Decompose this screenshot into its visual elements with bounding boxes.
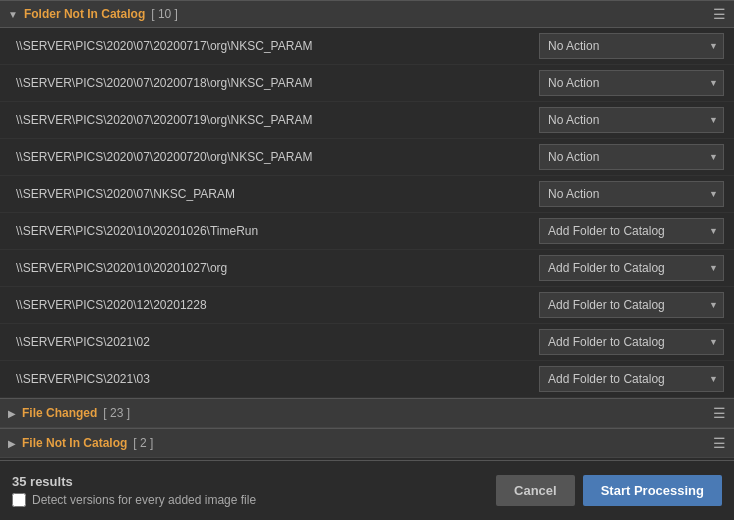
folder-row: \\SERVER\PICS\2020\07\20200717\org\NKSC_…: [0, 28, 734, 65]
folder-path: \\SERVER\PICS\2020\07\20200719\org\NKSC_…: [16, 113, 539, 127]
file-not-in-catalog-left: ▶ File Not In Catalog [ 2 ]: [8, 436, 153, 450]
file-changed-header[interactable]: ▶ File Changed [ 23 ] ☰: [0, 398, 734, 428]
main-content: ▼ Folder Not In Catalog [ 10 ] ☰ \\SERVE…: [0, 0, 734, 460]
cancel-button[interactable]: Cancel: [496, 475, 575, 506]
action-select[interactable]: No ActionAdd Folder to CatalogAction: [539, 107, 724, 133]
footer-buttons: Cancel Start Processing: [496, 475, 722, 506]
action-select[interactable]: No ActionAdd Folder to CatalogAction: [539, 329, 724, 355]
action-select-wrapper: No ActionAdd Folder to CatalogAction: [539, 181, 724, 207]
results-count: 35 results: [12, 474, 256, 489]
action-select[interactable]: No ActionAdd Folder to CatalogAction: [539, 33, 724, 59]
folder-path: \\SERVER\PICS\2020\07\20200718\org\NKSC_…: [16, 76, 539, 90]
folder-path: \\SERVER\PICS\2020\07\NKSC_PARAM: [16, 187, 539, 201]
section-header-left: ▼ Folder Not In Catalog [ 10 ]: [8, 7, 178, 21]
folder-row: \\SERVER\PICS\2020\07\20200719\org\NKSC_…: [0, 102, 734, 139]
folder-path: \\SERVER\PICS\2020\10\20201026\TimeRun: [16, 224, 539, 238]
file-changed-triangle-icon: ▶: [8, 408, 16, 419]
folder-not-in-catalog-title: Folder Not In Catalog: [24, 7, 145, 21]
file-not-in-catalog-header[interactable]: ▶ File Not In Catalog [ 2 ] ☰: [0, 428, 734, 458]
folder-row: \\SERVER\PICS\2020\12\20201228No ActionA…: [0, 287, 734, 324]
folder-row: \\SERVER\PICS\2020\07\20200718\org\NKSC_…: [0, 65, 734, 102]
folder-not-in-catalog-header[interactable]: ▼ Folder Not In Catalog [ 10 ] ☰: [0, 0, 734, 28]
detect-versions-label: Detect versions for every added image fi…: [32, 493, 256, 507]
action-select[interactable]: No ActionAdd Folder to CatalogAction: [539, 292, 724, 318]
file-not-in-catalog-count: [ 2 ]: [133, 436, 153, 450]
folder-path: \\SERVER\PICS\2021\02: [16, 335, 539, 349]
action-select[interactable]: No ActionAdd Folder to CatalogAction: [539, 144, 724, 170]
folder-path: \\SERVER\PICS\2020\12\20201228: [16, 298, 539, 312]
folder-rows-container: \\SERVER\PICS\2020\07\20200717\org\NKSC_…: [0, 28, 734, 398]
action-select-wrapper: No ActionAdd Folder to CatalogAction: [539, 255, 724, 281]
folder-path: \\SERVER\PICS\2021\03: [16, 372, 539, 386]
file-changed-count: [ 23 ]: [103, 406, 130, 420]
footer-left: 35 results Detect versions for every add…: [12, 474, 256, 507]
folder-row: \\SERVER\PICS\2020\07\NKSC_PARAMNo Actio…: [0, 176, 734, 213]
action-select-wrapper: No ActionAdd Folder to CatalogAction: [539, 218, 724, 244]
folder-row: \\SERVER\PICS\2021\02No ActionAdd Folder…: [0, 324, 734, 361]
file-not-in-catalog-triangle-icon: ▶: [8, 438, 16, 449]
action-select[interactable]: No ActionAdd Folder to CatalogAction: [539, 255, 724, 281]
folder-path: \\SERVER\PICS\2020\07\20200717\org\NKSC_…: [16, 39, 539, 53]
file-not-in-catalog-title: File Not In Catalog: [22, 436, 127, 450]
detect-versions-row: Detect versions for every added image fi…: [12, 493, 256, 507]
folder-path: \\SERVER\PICS\2020\07\20200720\org\NKSC_…: [16, 150, 539, 164]
file-not-in-catalog-menu-icon[interactable]: ☰: [713, 435, 726, 451]
folder-row: \\SERVER\PICS\2020\10\20201027\orgNo Act…: [0, 250, 734, 287]
action-select-wrapper: No ActionAdd Folder to CatalogAction: [539, 292, 724, 318]
collapse-triangle-icon: ▼: [8, 9, 18, 20]
folder-row: \\SERVER\PICS\2020\10\20201026\TimeRunNo…: [0, 213, 734, 250]
folder-path: \\SERVER\PICS\2020\10\20201027\org: [16, 261, 539, 275]
action-select-wrapper: No ActionAdd Folder to CatalogAction: [539, 144, 724, 170]
file-changed-menu-icon[interactable]: ☰: [713, 405, 726, 421]
action-select-wrapper: No ActionAdd Folder to CatalogAction: [539, 70, 724, 96]
file-changed-title: File Changed: [22, 406, 97, 420]
detect-versions-checkbox[interactable]: [12, 493, 26, 507]
action-select-wrapper: No ActionAdd Folder to CatalogAction: [539, 107, 724, 133]
action-select[interactable]: No ActionAdd Folder to CatalogAction: [539, 218, 724, 244]
file-changed-left: ▶ File Changed [ 23 ]: [8, 406, 130, 420]
action-select-wrapper: No ActionAdd Folder to CatalogAction: [539, 33, 724, 59]
footer: 35 results Detect versions for every add…: [0, 460, 734, 520]
action-select[interactable]: No ActionAdd Folder to CatalogAction: [539, 70, 724, 96]
start-processing-button[interactable]: Start Processing: [583, 475, 722, 506]
folder-row: \\SERVER\PICS\2021\03No ActionAdd Folder…: [0, 361, 734, 398]
action-select-wrapper: No ActionAdd Folder to CatalogAction: [539, 329, 724, 355]
action-select[interactable]: No ActionAdd Folder to CatalogAction: [539, 181, 724, 207]
folder-not-in-catalog-count: [ 10 ]: [151, 7, 178, 21]
action-select-wrapper: No ActionAdd Folder to CatalogAction: [539, 366, 724, 392]
action-select[interactable]: No ActionAdd Folder to CatalogAction: [539, 366, 724, 392]
section-menu-icon[interactable]: ☰: [713, 6, 726, 22]
folder-row: \\SERVER\PICS\2020\07\20200720\org\NKSC_…: [0, 139, 734, 176]
